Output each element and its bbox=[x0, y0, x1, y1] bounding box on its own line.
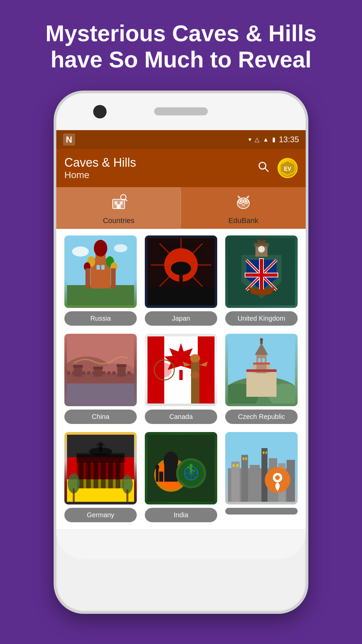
country-label-uk: United Kingdom bbox=[225, 311, 298, 326]
country-image-canada bbox=[145, 334, 217, 406]
svg-rect-115 bbox=[94, 462, 98, 488]
svg-rect-162 bbox=[245, 458, 247, 460]
svg-rect-54 bbox=[245, 273, 278, 277]
status-bar: N ▾ △ ▲ ▮ 13:35 bbox=[56, 130, 306, 149]
signal-icon-2: ▲ bbox=[263, 136, 269, 143]
svg-point-93 bbox=[157, 363, 172, 377]
svg-rect-71 bbox=[72, 371, 75, 375]
country-card-city[interactable] bbox=[225, 432, 298, 522]
country-label-japan: Japan bbox=[145, 311, 217, 326]
svg-rect-25 bbox=[101, 265, 105, 270]
phone-screen: N ▾ △ ▲ ▮ 13:35 Caves & Hills Home bbox=[56, 130, 306, 529]
svg-rect-117 bbox=[108, 462, 113, 488]
app-title-block: Caves & Hills Home bbox=[64, 156, 136, 180]
svg-line-9 bbox=[125, 199, 127, 201]
country-card-india[interactable]: India bbox=[145, 432, 217, 522]
svg-text:EV: EV bbox=[284, 166, 291, 172]
page-headline: Mysterious Caves & Hills have So Much to… bbox=[0, 20, 362, 72]
country-label-germany: Germany bbox=[64, 508, 137, 522]
signal-icon-1: △ bbox=[255, 136, 259, 143]
country-label-city bbox=[225, 508, 298, 515]
svg-rect-106 bbox=[253, 363, 270, 365]
svg-rect-40 bbox=[147, 287, 215, 305]
app-notification-icon: N bbox=[63, 133, 75, 146]
svg-rect-126 bbox=[126, 489, 128, 502]
country-card-china[interactable]: China bbox=[64, 334, 137, 424]
phone-speaker bbox=[154, 107, 208, 115]
status-bar-left: N bbox=[63, 133, 75, 146]
svg-rect-132 bbox=[159, 472, 163, 482]
svg-point-89 bbox=[190, 354, 200, 362]
svg-rect-103 bbox=[258, 358, 261, 362]
headline-line2: have So Much to Reveal bbox=[51, 47, 311, 72]
svg-rect-98 bbox=[246, 370, 277, 397]
svg-rect-163 bbox=[263, 451, 264, 454]
svg-rect-5 bbox=[115, 201, 117, 205]
svg-rect-83 bbox=[67, 383, 134, 404]
svg-rect-118 bbox=[116, 462, 120, 488]
svg-rect-86 bbox=[198, 336, 215, 404]
country-label-russia: Russia bbox=[64, 311, 137, 326]
wifi-icon: ▾ bbox=[248, 136, 251, 143]
country-card-canada[interactable]: Canada bbox=[145, 334, 217, 424]
countries-grid: Russia bbox=[56, 229, 306, 529]
svg-rect-76 bbox=[97, 371, 101, 375]
tab-countries[interactable]: Countries bbox=[56, 187, 181, 228]
svg-rect-69 bbox=[117, 364, 126, 367]
svg-rect-27 bbox=[111, 268, 116, 288]
ev-badge[interactable]: EV bbox=[278, 158, 298, 178]
svg-rect-105 bbox=[246, 369, 277, 372]
app-bar-icons: EV bbox=[257, 158, 298, 178]
tab-edubank-label: EduBank bbox=[228, 216, 258, 225]
country-card-russia[interactable]: Russia bbox=[64, 235, 137, 326]
country-label-canada: Canada bbox=[145, 410, 217, 424]
svg-rect-26 bbox=[85, 268, 90, 288]
svg-rect-134 bbox=[156, 468, 159, 482]
svg-point-146 bbox=[189, 464, 193, 467]
svg-rect-78 bbox=[107, 371, 111, 375]
svg-point-136 bbox=[155, 465, 159, 470]
svg-rect-153 bbox=[241, 455, 248, 502]
phone-bottom-bezel bbox=[56, 529, 306, 559]
tab-countries-label: Countries bbox=[103, 216, 134, 225]
svg-point-90 bbox=[191, 363, 199, 370]
svg-rect-77 bbox=[102, 371, 106, 375]
svg-rect-82 bbox=[127, 371, 131, 375]
country-image-city bbox=[225, 432, 298, 504]
svg-rect-70 bbox=[67, 371, 70, 375]
svg-point-59 bbox=[258, 246, 265, 253]
svg-rect-58 bbox=[260, 238, 263, 241]
svg-rect-121 bbox=[99, 445, 102, 452]
svg-rect-160 bbox=[236, 464, 238, 467]
country-card-japan[interactable]: Japan bbox=[145, 235, 217, 326]
svg-point-13 bbox=[240, 200, 242, 202]
svg-rect-44 bbox=[190, 290, 192, 297]
svg-rect-24 bbox=[97, 265, 100, 270]
phone-camera bbox=[93, 105, 107, 118]
svg-point-19 bbox=[94, 240, 107, 257]
svg-point-167 bbox=[275, 475, 280, 480]
country-card-uk[interactable]: United Kingdom bbox=[225, 235, 298, 326]
country-image-japan bbox=[145, 235, 217, 308]
svg-rect-74 bbox=[87, 371, 90, 375]
headline-line1: Mysterious Caves & Hills bbox=[46, 20, 317, 46]
svg-rect-116 bbox=[101, 462, 106, 488]
tab-edubank[interactable]: EduBank bbox=[181, 187, 306, 228]
svg-rect-161 bbox=[243, 458, 244, 460]
svg-rect-125 bbox=[73, 488, 75, 502]
svg-rect-164 bbox=[265, 451, 267, 454]
status-time: 13:35 bbox=[279, 135, 299, 144]
svg-point-42 bbox=[171, 262, 191, 275]
svg-point-131 bbox=[164, 451, 178, 470]
country-label-china: China bbox=[64, 410, 137, 424]
svg-rect-152 bbox=[231, 462, 240, 502]
country-label-czech: Czech Republic bbox=[225, 410, 298, 424]
svg-rect-6 bbox=[120, 201, 123, 205]
search-button[interactable] bbox=[257, 161, 269, 176]
svg-rect-79 bbox=[112, 371, 116, 375]
svg-rect-7 bbox=[117, 204, 121, 209]
country-card-czech[interactable]: Czech Republic bbox=[225, 334, 298, 424]
svg-point-14 bbox=[245, 200, 247, 202]
country-card-germany[interactable]: Germany bbox=[64, 432, 137, 522]
country-image-china bbox=[64, 334, 137, 406]
